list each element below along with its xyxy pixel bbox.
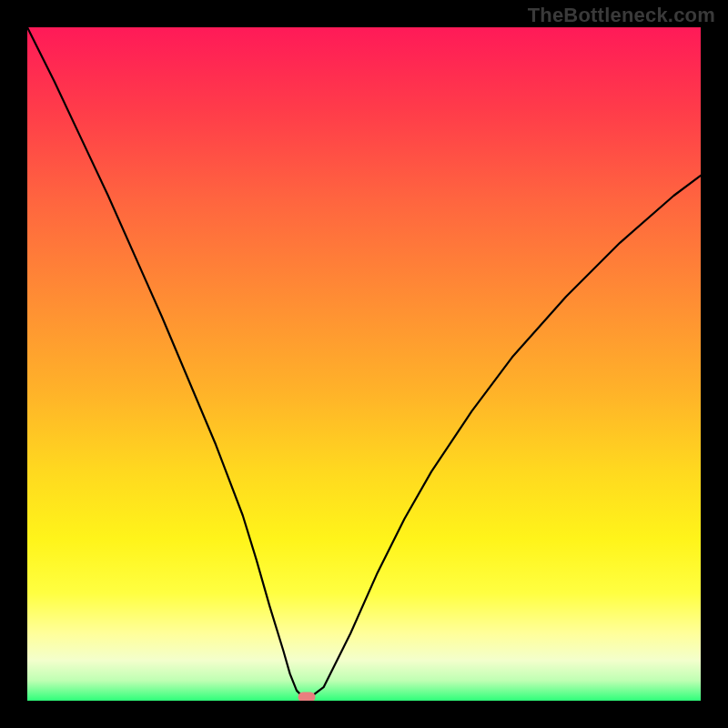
plot-area <box>27 27 701 701</box>
optimal-marker <box>298 693 316 701</box>
watermark-text: TheBottleneck.com <box>528 4 715 27</box>
chart-frame: TheBottleneck.com <box>0 0 728 728</box>
bottleneck-curve <box>27 27 701 701</box>
